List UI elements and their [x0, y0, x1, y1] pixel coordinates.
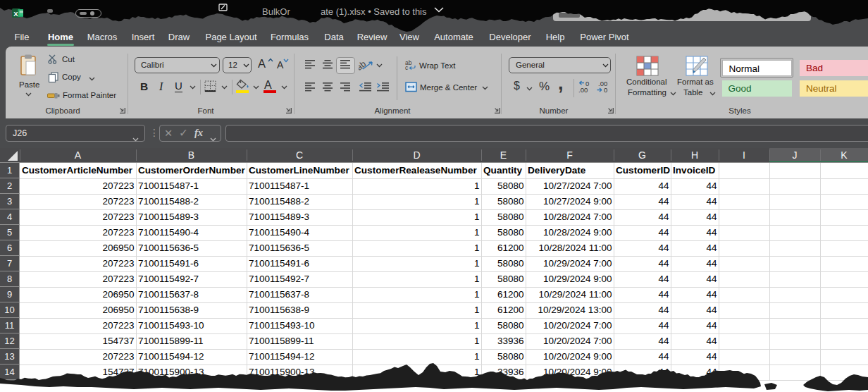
svg-text:0: 0 — [604, 86, 607, 93]
svg-text:.00: .00 — [578, 86, 588, 93]
svg-text:X: X — [13, 10, 18, 18]
